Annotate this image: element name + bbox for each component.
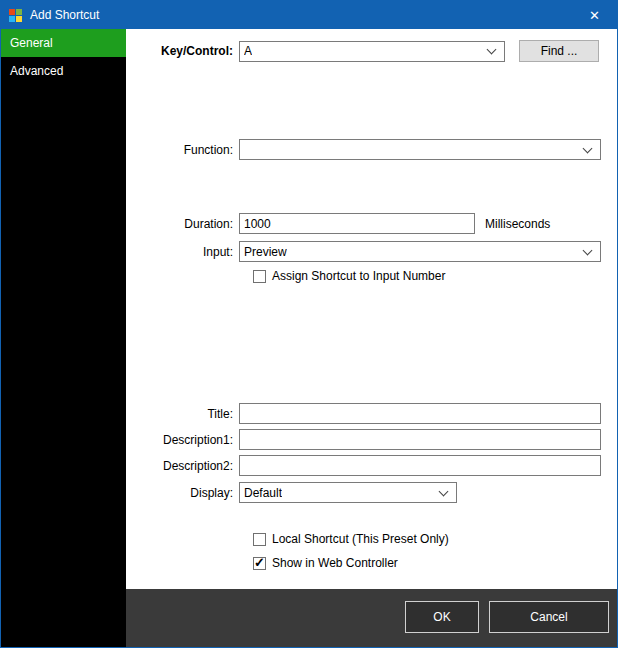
function-combobox[interactable] — [239, 139, 601, 160]
add-shortcut-dialog: Add Shortcut ✕ General Advanced Key/Cont… — [0, 0, 618, 648]
description2-label: Description2: — [126, 459, 239, 473]
chevron-down-icon — [439, 486, 449, 496]
display-value: Default — [244, 486, 282, 500]
chevron-down-icon — [583, 245, 593, 255]
function-label: Function: — [126, 143, 239, 157]
sidebar-item-general[interactable]: General — [1, 29, 126, 57]
duration-units-label: Milliseconds — [485, 217, 550, 231]
input-label: Input: — [126, 245, 239, 259]
display-combobox[interactable]: Default — [239, 482, 457, 503]
close-icon[interactable]: ✕ — [572, 1, 617, 29]
app-icon — [9, 9, 22, 22]
sidebar-item-advanced[interactable]: Advanced — [1, 57, 126, 85]
key-control-combobox[interactable]: A — [239, 41, 505, 62]
description1-label: Description1: — [126, 433, 239, 447]
web-controller-checkbox[interactable]: Show in Web Controller — [253, 556, 398, 570]
find-button[interactable]: Find ... — [519, 40, 599, 62]
window-title: Add Shortcut — [30, 8, 99, 22]
key-control-value: A — [244, 44, 252, 58]
display-label: Display: — [126, 486, 239, 500]
chevron-down-icon — [487, 45, 497, 55]
sidebar-item-label: Advanced — [10, 64, 63, 78]
ok-button[interactable]: OK — [405, 601, 479, 633]
cancel-button[interactable]: Cancel — [489, 601, 609, 633]
description2-input[interactable] — [239, 455, 601, 476]
titlebar: Add Shortcut ✕ — [1, 1, 617, 29]
duration-input[interactable] — [239, 213, 475, 234]
checkbox-box — [253, 533, 266, 546]
input-value: Preview — [244, 245, 287, 259]
checkbox-label: Show in Web Controller — [272, 556, 398, 570]
key-control-label: Key/Control: — [126, 44, 239, 58]
footer-bar: OK Cancel — [126, 589, 617, 647]
local-shortcut-checkbox[interactable]: Local Shortcut (This Preset Only) — [253, 532, 449, 546]
duration-label: Duration: — [126, 217, 239, 231]
title-label: Title: — [126, 407, 239, 421]
chevron-down-icon — [583, 143, 593, 153]
checkbox-box — [253, 557, 266, 570]
checkbox-label: Local Shortcut (This Preset Only) — [272, 532, 449, 546]
description1-input[interactable] — [239, 429, 601, 450]
assign-shortcut-checkbox[interactable]: Assign Shortcut to Input Number — [253, 269, 445, 283]
title-input[interactable] — [239, 403, 601, 424]
input-combobox[interactable]: Preview — [239, 241, 601, 262]
sidebar: General Advanced — [1, 29, 126, 647]
sidebar-item-label: General — [10, 36, 53, 50]
checkbox-box — [253, 270, 266, 283]
checkbox-label: Assign Shortcut to Input Number — [272, 269, 445, 283]
general-tab-panel: Key/Control: A Find ... Function: Durati… — [126, 29, 618, 591]
